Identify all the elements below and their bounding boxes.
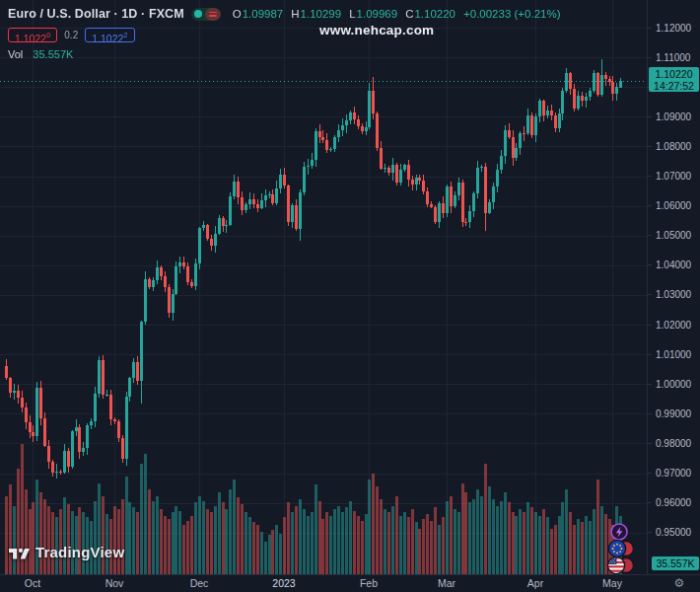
bar-countdown: 14:27:52 [649,80,699,92]
high-value: 1.10299 [301,8,342,20]
spread-value: 0.2 [64,30,78,40]
sell-button[interactable]: 1.10220 [8,28,57,42]
time-tick-label: Dec [190,575,209,592]
change-value: +0.00233 (+0.21%) [463,8,560,20]
price-tick-label: 1.12000 [656,23,691,34]
volume-value: 35.557K [33,48,73,60]
lightning-minds-icon [611,524,627,540]
symbol-title: Euro / U.S. Dollar · 1D · FXCM [8,7,184,21]
time-tick-label: Nov [105,575,124,592]
indicator-list-icon [205,8,221,21]
price-axis[interactable]: 1.10220 14:27:52 35.557K 1.120001.110001… [647,0,700,574]
price-tick-label: 0.96000 [656,497,691,508]
price-tick-label: 1.04000 [656,259,691,270]
candlestick-chart-canvas[interactable] [0,0,647,574]
time-tick-label: Apr [527,575,543,592]
volume-legend: Vol 35.557K [8,48,560,60]
price-tick-label: 0.95000 [656,527,691,538]
price-tick-label: 0.99000 [656,408,691,419]
open-value: 1.09987 [243,8,284,20]
low-label: L [349,8,355,20]
tradingview-logo[interactable]: TradingView [9,544,124,560]
open-label: O [233,8,242,20]
price-tick-label: 1.02000 [656,320,691,331]
price-tick-label: 1.11000 [656,52,690,63]
time-axis[interactable]: ⚙ OctNovDec2023FebMarAprMay [0,574,700,592]
tradingview-logo-text: TradingView [35,544,124,560]
price-tick-label: 1.05000 [656,230,691,241]
price-tick-label: 0.97000 [656,468,691,479]
price-tick-label: 1.06000 [656,200,691,211]
last-price-badge: 1.10220 14:27:52 [649,67,699,92]
price-tick-label: 1.07000 [656,171,691,182]
price-tick-label: 0.98000 [656,438,691,449]
volume-label: Vol [8,48,23,60]
last-price-value: 1.10220 [649,68,699,80]
eur-flag-icon [608,540,633,556]
time-tick-label: Mar [438,575,455,592]
volume-axis-badge: 35.557K [652,556,699,570]
market-open-dot-icon [194,10,202,18]
tradingview-mark-icon [9,546,30,559]
price-tick-label: 1.09000 [656,111,691,122]
ohlc-values: O1.09987 H1.10299 L1.09969 C1.10220 +0.0… [233,8,561,20]
time-tick-label: Feb [360,575,378,592]
chart-legend: Euro / U.S. Dollar · 1D · FXCM O1.09987 … [8,6,560,60]
axis-settings-gear-icon[interactable]: ⚙ [671,575,687,592]
symbol-title-row: Euro / U.S. Dollar · 1D · FXCM O1.09987 … [8,6,560,22]
price-tick-label: 1.00000 [656,379,691,390]
high-label: H [291,8,299,20]
time-tick-label: 2023 [272,575,295,592]
price-tick-label: 1.08000 [656,141,691,152]
bid-ask-row: 1.10220 0.2 1.10222 [8,27,560,42]
usd-flag-icon [607,556,634,574]
price-tick-label: 1.01000 [656,349,691,360]
social-icon-stack[interactable] [595,521,639,576]
price-tick-label: 1.03000 [656,289,691,300]
buy-button[interactable]: 1.10222 [85,28,134,42]
close-label: C [405,8,413,20]
market-status-toggle[interactable] [191,8,221,21]
tradingview-chart-window: www.nehcap.com Euro / U.S. Dollar · 1D ·… [0,0,700,592]
low-value: 1.09969 [357,8,398,20]
time-tick-label: May [602,575,622,592]
close-value: 1.10220 [414,8,455,20]
time-tick-label: Oct [25,575,40,592]
